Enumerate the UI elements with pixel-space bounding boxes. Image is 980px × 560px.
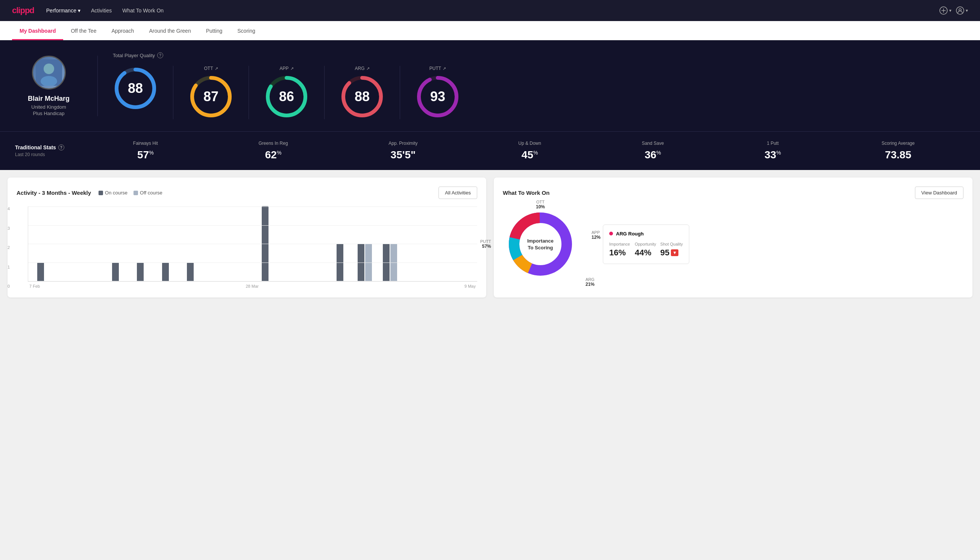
bar-off-course [365,244,372,281]
score-arg-label: ARG ↗ [354,66,369,71]
bar-on-course [187,263,194,281]
avatar [32,56,66,90]
player-info: Blair McHarg United Kingdom Plus Handica… [15,56,98,116]
all-activities-button[interactable]: All Activities [438,187,477,199]
bar-on-course [162,263,169,281]
stat-greens: Greens In Reg 62% [259,141,288,161]
down-arrow-badge: ▼ [671,249,679,256]
bar-on-course [137,263,144,281]
svg-point-4 [43,63,54,74]
legend-on-course-label: On course [105,190,128,195]
info-metrics: Importance 16% Opportunity 44% Shot Qual… [609,242,683,258]
circle-putt: 93 [415,74,460,119]
arrow-icon-putt: ↗ [443,66,446,71]
tab-putting[interactable]: Putting [198,21,230,40]
wtwo-panel-header: What To Work On View Dashboard [503,187,963,199]
metric-opportunity: Opportunity 44% [635,242,657,258]
chart-x-labels: 7 Feb 28 Mar 9 May [28,284,477,288]
info-card-title: ARG Rough [609,231,683,237]
arrow-icon-ott: ↗ [215,66,218,71]
wtwo-inner: OTT 10% APP 12% ARG 21% PUTT 57% [503,207,963,282]
nav-what-to-work-on[interactable]: What To Work On [122,8,163,13]
bar-group [178,263,203,281]
donut-label-ott: OTT 10% [536,200,545,210]
app-logo: clippd [12,6,34,15]
donut-wrapper: OTT 10% APP 12% ARG 21% PUTT 57% [503,207,578,282]
score-app-label: APP ↗ [280,66,293,71]
chart-y-labels: 0 1 2 3 4 [8,207,10,288]
user-menu[interactable]: ▾ [956,7,968,15]
add-button[interactable]: ▾ [939,7,952,15]
bar-group [328,244,353,281]
bar-on-course [336,244,343,281]
bar-group [103,263,128,281]
tab-around-the-green[interactable]: Around the Green [141,21,198,40]
bar-group [253,206,278,281]
circle-arg: 88 [339,74,385,119]
tab-off-the-tee[interactable]: Off the Tee [63,21,104,40]
svg-point-1 [956,7,964,14]
bar-group [378,244,403,281]
nav-activities[interactable]: Activities [91,8,112,13]
chart-wrapper: 0 1 2 3 4 7 Feb 28 Mar 9 May [17,207,477,288]
nav-right: ▾ ▾ [939,7,968,15]
bar-on-course [383,244,389,281]
tab-scoring[interactable]: Scoring [230,21,263,40]
total-quality-label: Total Player Quality ? [113,52,965,58]
stat-proximity: App. Proximity 35'5" [388,141,418,161]
trad-label: Traditional Stats ? Last 20 rounds [15,144,83,157]
player-name: Blair McHarg [28,95,70,103]
circle-total: 88 [113,66,158,111]
bar-on-course [37,263,44,281]
donut-label-putt: PUTT 57% [480,239,491,249]
circle-app: 86 [264,74,309,119]
score-total: 88 [113,66,173,119]
svg-point-20 [520,223,561,265]
nav-links: Performance ▾ Activities What To Work On [46,8,163,13]
bar-on-course [358,244,364,281]
info-dot [609,232,613,235]
metric-shot-quality: Shot Quality 95 ▼ [661,242,683,258]
donut-label-app: APP 12% [592,230,601,240]
player-country: United Kingdom [31,104,66,110]
arrow-icon-app: ↗ [290,66,294,71]
bottom-panels: Activity - 3 Months - Weekly On course O… [0,170,980,305]
scores-section: Total Player Quality ? 88 [98,52,965,119]
score-ott: OTT ↗ 87 [173,66,249,119]
stat-sandsave: Sand Save 36% [642,141,664,161]
hero-section: Blair McHarg United Kingdom Plus Handica… [0,40,980,131]
view-dashboard-button[interactable]: View Dashboard [915,187,963,199]
stat-updown: Up & Down 45% [518,141,541,161]
tab-my-dashboard[interactable]: My Dashboard [12,21,63,40]
bar-on-course [112,263,119,281]
activity-panel-header: Activity - 3 Months - Weekly On course O… [17,187,477,199]
bar-group [153,263,178,281]
circle-ott: 87 [188,74,233,119]
legend-off-course-dot [133,191,138,195]
chart-legend: On course Off course [98,190,163,195]
legend-on-course-dot [98,191,103,195]
help-icon[interactable]: ? [157,52,163,58]
trad-stats-grid: Fairways Hit 57% Greens In Reg 62% App. … [83,141,965,161]
tabs-bar: My Dashboard Off the Tee Approach Around… [0,21,980,40]
chevron-down-icon: ▾ [78,8,80,13]
tab-approach[interactable]: Approach [104,21,141,40]
donut-label-arg: ARG 21% [586,277,594,287]
score-circles: 88 OTT ↗ 87 [113,66,965,119]
score-total-value: 88 [128,80,143,96]
chevron-down-icon-user: ▾ [966,8,968,13]
bar-group [128,263,153,281]
score-ott-value: 87 [203,89,218,105]
chart-area [28,207,477,282]
score-arg-value: 88 [354,89,369,105]
donut-svg: Importance To Scoring [503,207,578,282]
bar-off-course [390,244,397,281]
svg-text:Importance: Importance [527,238,554,244]
wtwo-title: What To Work On [503,190,549,196]
trad-help-icon[interactable]: ? [58,144,64,150]
top-navigation: clippd Performance ▾ Activities What To … [0,0,980,21]
nav-performance[interactable]: Performance ▾ [46,8,80,13]
bar-group [353,244,377,281]
score-arg: ARG ↗ 88 [324,66,400,119]
svg-point-2 [959,8,961,11]
